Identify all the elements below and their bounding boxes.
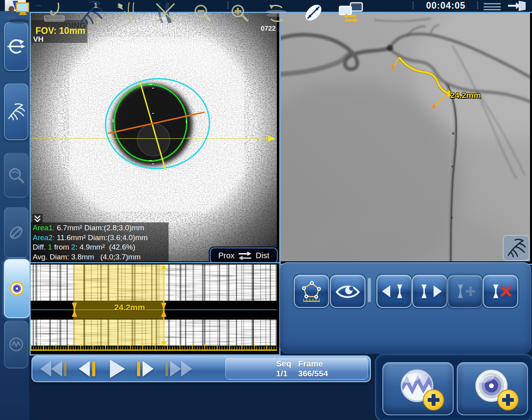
skip-to-end-button[interactable] (161, 359, 195, 378)
vessel-cross-icon (153, 0, 178, 25)
vessel-tree-icon (7, 103, 25, 121)
sidebar-tab-ivus[interactable] (4, 259, 30, 318)
add-marker-button[interactable] (447, 275, 483, 308)
seq-frame-readout: SeqFrame 1/1366/554 (225, 357, 368, 379)
sidebar-tab-search[interactable] (4, 153, 28, 198)
sidebar-tab-physiology[interactable] (4, 320, 28, 368)
exit-icon[interactable] (507, 0, 527, 11)
swap-screens-button[interactable] (338, 0, 363, 27)
operator-workstation-button[interactable] (5, 0, 30, 27)
add-ivus-recording-button[interactable] (457, 362, 528, 415)
zoom-out-icon (190, 0, 215, 25)
window-dash (35, 5, 42, 6)
skip-to-start-button[interactable] (38, 359, 72, 378)
vessel-overlay-button[interactable] (503, 235, 530, 261)
step-forward-button[interactable] (132, 359, 158, 378)
dist-label: Dist (256, 251, 269, 260)
trace-edit-button[interactable] (116, 0, 141, 27)
angiogram-view[interactable]: 24.2mm (280, 12, 532, 265)
swap-arrows-icon (237, 251, 253, 261)
playback-bar: SeqFrame 1/1366/554 (32, 355, 371, 382)
seq-value: 1/1 (276, 369, 293, 378)
zoom-in-button[interactable] (227, 0, 252, 27)
angio-measurement-label: 24.2mm (450, 91, 481, 100)
search-icon (7, 166, 25, 184)
vh-mode-label: VH (33, 35, 43, 44)
timer-divider-right (477, 1, 478, 9)
eye-icon (335, 279, 360, 304)
tool-divider (368, 278, 371, 302)
area1-readout: Area1: 6.7mm² Diam:(2.8;3.0)mm (33, 223, 167, 233)
ivus-catheter-icon (7, 279, 26, 298)
next-marker-icon (417, 279, 442, 304)
ivus-console: 00:04:05 (0, 0, 532, 420)
avg-diam-readout: Avg. Diam: 3.8mm (4.0;3.7)mm (33, 252, 167, 262)
area2-readout: Area2: 11.6mm² Diam:(3.6;4.0)mm (33, 233, 167, 243)
ild-image (31, 263, 277, 352)
step-back-button[interactable] (76, 359, 101, 378)
session-timer: 00:04:05 (416, 0, 476, 11)
diameter-measure-icon (301, 0, 326, 25)
vessel-label-2: 2 (96, 17, 100, 24)
ivus-cross-section[interactable]: RECORDING FOV: 10mm VH 1 mm 0722 Area1: … (30, 12, 280, 265)
ellipse-measure-icon (7, 224, 25, 242)
flip-view-icon (264, 0, 289, 25)
prox-label: Prox (218, 251, 234, 260)
fov-label: FOV: 10mm (35, 26, 85, 36)
add-physio-recording-button[interactable] (382, 362, 454, 415)
delete-marker-button[interactable] (483, 275, 518, 308)
delete-marker-icon (488, 279, 513, 304)
ild-ruler (31, 344, 277, 351)
menu-icon[interactable] (484, 3, 501, 10)
trace-edit-icon (116, 0, 141, 25)
zoom-in-icon (227, 0, 252, 25)
ild-scale-label: 5 mm (33, 337, 48, 343)
contour-tool-button[interactable] (294, 275, 329, 308)
seq-label: Seq (276, 359, 293, 368)
waveform-icon (7, 335, 25, 353)
frame-label: Frame (293, 359, 323, 368)
timer-divider-left (413, 1, 413, 9)
vessel-tree-icon (506, 238, 526, 258)
capture-panel (375, 354, 532, 420)
play-button[interactable] (107, 359, 126, 378)
add-marker-icon (452, 279, 478, 304)
prox-dist-toggle[interactable]: Prox Dist (210, 248, 278, 264)
ild-measurement-label: 24.2mm (114, 303, 145, 312)
sidebar-tab-connect[interactable] (4, 22, 28, 71)
physio-waveform-plus-icon (383, 363, 453, 414)
visibility-toggle-button[interactable] (330, 275, 365, 308)
previous-marker-icon (382, 279, 407, 304)
diameter-measure-button[interactable] (301, 0, 326, 27)
frame-value: 366/554 (293, 369, 328, 378)
ivus-lens-plus-icon (458, 363, 527, 414)
contour-icon (299, 279, 324, 304)
vessel-label-1: 1 (94, 2, 98, 9)
sidebar-tab-measure[interactable] (4, 207, 28, 258)
operator-icon (5, 0, 30, 25)
next-marker-button[interactable] (412, 275, 447, 308)
angiogram-image (281, 13, 530, 261)
previous-marker-button[interactable] (376, 275, 412, 308)
ild-longitudinal-view[interactable]: 24.2mm 5 mm (30, 262, 280, 355)
zoom-out-button[interactable] (190, 0, 215, 27)
sidebar-tab-vessel-select[interactable] (4, 83, 28, 140)
vessel-cross-button[interactable] (153, 0, 178, 27)
flip-view-button[interactable] (264, 0, 289, 27)
measurement-readout: Area1: 6.7mm² Diam:(2.8;3.0)mm Area2: 11… (31, 222, 169, 263)
diff-readout: Diff. 1 from 2: 4.9mm² (42.6%) (33, 242, 167, 252)
connect-icon (7, 37, 25, 56)
swap-screens-icon (338, 0, 363, 25)
